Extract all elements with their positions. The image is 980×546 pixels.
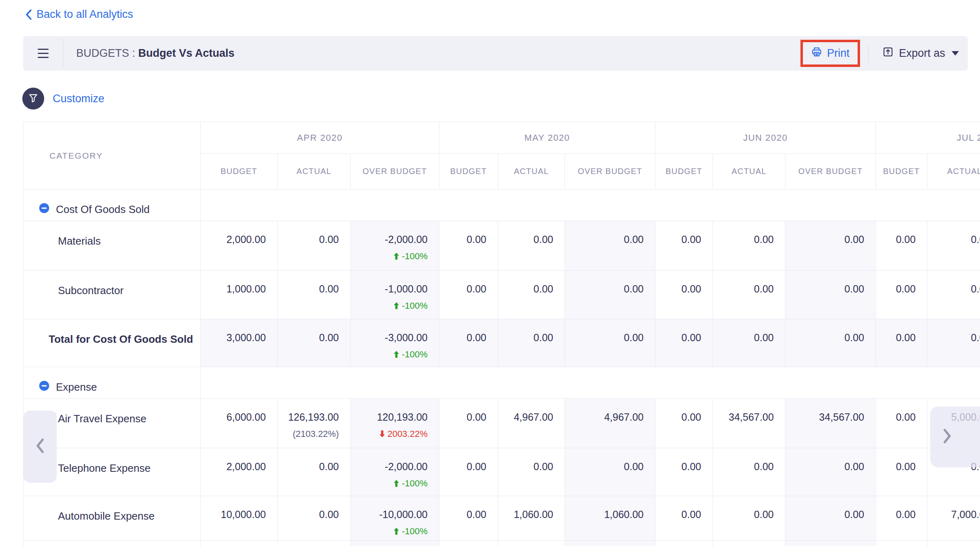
cell: 0.00 <box>927 319 980 367</box>
cell-value: 0.00 <box>713 332 774 344</box>
cell: 0.00 <box>278 270 351 319</box>
cell: -10,000.00-100% <box>351 496 439 540</box>
cell-value: 0.00 <box>439 284 486 295</box>
cell-value: 0.00 <box>439 332 486 344</box>
cell: 0.00 <box>785 448 876 496</box>
cell-value: 0.00 <box>927 332 980 344</box>
cell-value: 0.00 <box>498 332 553 344</box>
cell-value: 126,193.00 <box>278 412 339 423</box>
cell-value: 0.00 <box>655 234 701 245</box>
cell-value: 0.00 <box>876 284 916 295</box>
cell-value: 1,060.00 <box>565 509 644 520</box>
cell-value: 4,967.00 <box>565 412 644 423</box>
filter-button[interactable] <box>22 88 44 110</box>
cell: -2,000.00-100% <box>351 221 439 270</box>
cell-value: 120,193.00 <box>351 412 428 423</box>
cell-value: 0.00 <box>876 332 916 344</box>
table-row: Telephone Expense2,000.000.00-2,000.00-1… <box>24 448 980 496</box>
cell: 7,000.00 <box>927 496 980 540</box>
cell-value: 0.00 <box>278 284 339 295</box>
cell-percent-badge: -100% <box>351 478 428 489</box>
cell: 4,967.00 <box>565 398 655 448</box>
back-to-analytics-link[interactable]: Back to all Analytics <box>25 8 133 21</box>
divider <box>868 45 869 62</box>
scroll-left-button[interactable] <box>24 411 57 483</box>
report-header-bar: BUDGETS : Budget Vs Actuals Print <box>23 36 968 71</box>
cell-value: 0.00 <box>439 461 486 473</box>
cell: 0.00 <box>713 448 785 496</box>
category-label: Total for Cost Of Goods Sold <box>24 319 201 367</box>
scroll-right-button[interactable] <box>930 406 980 467</box>
export-as-button[interactable]: Export as <box>878 43 963 64</box>
cell-value: 0.00 <box>565 332 644 344</box>
cell: 126,193.00(2103.22%) <box>278 398 351 448</box>
cell: 0.00 <box>655 270 713 319</box>
report-name: Budget Vs Actuals <box>138 47 235 59</box>
cell-percent-badge: -100% <box>351 301 428 311</box>
cell-value: 34,567.00 <box>785 412 864 423</box>
cell: 0.00 <box>439 270 498 319</box>
table-row: Automobile Expense10,000.000.00-10,000.0… <box>24 496 980 540</box>
column-header: ACTUAL <box>498 153 565 189</box>
cell: 0.00 <box>876 496 927 540</box>
cell: 34,567.00 <box>785 398 876 448</box>
cell: 0.00 <box>439 398 498 448</box>
cell: 2,000.00 <box>201 221 278 270</box>
minus-circle-icon[interactable] <box>39 380 50 394</box>
cell-value: 2,000.00 <box>201 234 266 245</box>
cell: 0.00 <box>498 319 565 367</box>
cell-value: 6,000.00 <box>201 412 266 423</box>
cell-value: 0.00 <box>785 461 864 473</box>
cell: 1,000.00 <box>201 270 278 319</box>
column-header: OVER BUDGET <box>351 153 439 189</box>
cell-value: 0.00 <box>565 234 644 245</box>
cell-value: 0.00 <box>655 412 701 423</box>
chevron-left-icon <box>35 438 45 455</box>
cell: 0.00 <box>655 398 713 448</box>
funnel-icon <box>28 93 39 105</box>
cell-percent-badge: -100% <box>351 251 428 262</box>
cell: 0.00 <box>713 221 785 270</box>
cell: 0.00 <box>927 221 980 270</box>
customize-row: Customize <box>22 88 105 110</box>
cell-value: 0.00 <box>565 461 644 473</box>
cell: 0.00 <box>876 448 927 496</box>
cell-value: 0.00 <box>927 284 980 295</box>
cell-value: 0.00 <box>785 509 864 520</box>
arrow-up-icon <box>394 351 399 358</box>
section-label: Expense <box>56 381 97 393</box>
column-header: OVER BUDGET <box>565 153 655 189</box>
hamburger-icon[interactable] <box>23 36 63 71</box>
cell: 0.00 <box>498 448 565 496</box>
cell: 0.00 <box>439 221 498 270</box>
arrow-up-icon <box>394 302 399 309</box>
chevron-right-icon <box>942 428 952 445</box>
back-link-label: Back to all Analytics <box>36 8 133 21</box>
printer-icon <box>811 46 822 60</box>
cell-percent-note: (2103.22%) <box>278 429 339 439</box>
cell-value: 0.00 <box>498 461 553 473</box>
print-button[interactable]: Print <box>803 42 858 64</box>
cell-value: 4,967.00 <box>498 412 553 423</box>
cell: 6,000.00 <box>201 398 278 448</box>
cell-value: 7,000.00 <box>927 509 980 520</box>
cell: 0.00 <box>278 448 351 496</box>
cell: 0.00 <box>565 319 655 367</box>
cell: 0.00 <box>655 448 713 496</box>
cell-percent-badge: -100% <box>351 526 428 537</box>
cell: 0.00 <box>565 270 655 319</box>
cell: 3,000.00 <box>201 319 278 367</box>
cell: 0.00 <box>565 221 655 270</box>
cell: 10,000.00 <box>201 496 278 540</box>
cell: 0.00 <box>278 496 351 540</box>
customize-link[interactable]: Customize <box>53 92 105 105</box>
table-row: Subcontractor1,000.000.00-1,000.00-100%0… <box>24 270 980 319</box>
section-label-cell: Cost Of Goods Sold <box>24 189 201 221</box>
cell-value: 0.00 <box>439 412 486 423</box>
table-row-partial <box>24 540 980 546</box>
table-row: Total for Cost Of Goods Sold3,000.000.00… <box>24 319 980 367</box>
cell-value: 3,000.00 <box>201 332 266 344</box>
cell-value: 0.00 <box>655 509 701 520</box>
report-title: BUDGETS : Budget Vs Actuals <box>76 47 235 60</box>
minus-circle-icon[interactable] <box>39 202 50 217</box>
